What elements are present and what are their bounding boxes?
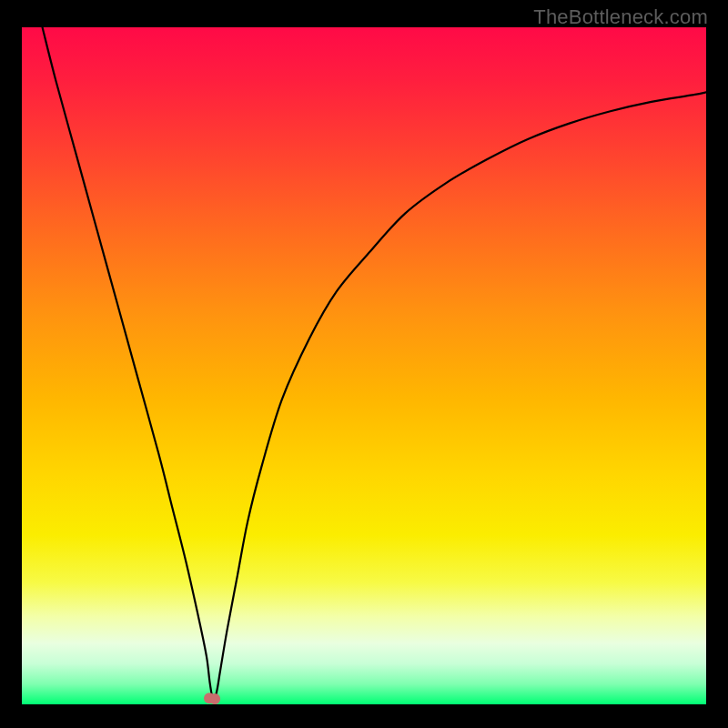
optimal-point-markers [204,693,220,704]
optimal-point-marker [209,693,220,704]
watermark-text: TheBottleneck.com [533,5,708,29]
bottleneck-curve [43,27,706,701]
chart-plot-area [22,27,706,704]
chart-svg [22,27,706,704]
